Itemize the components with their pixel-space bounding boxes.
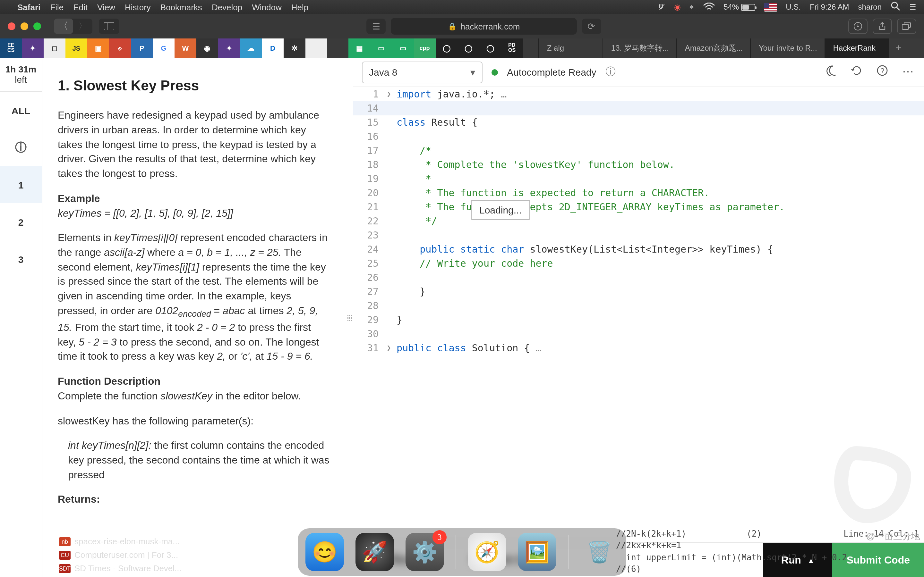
user-name[interactable]: sharon	[858, 3, 882, 11]
back-button[interactable]: 〈	[54, 19, 73, 34]
code-line[interactable]: 17 /*	[353, 143, 924, 158]
loading-badge: Loading...	[471, 200, 530, 220]
control-center-icon[interactable]: ☰	[909, 3, 916, 11]
code-line[interactable]: 22 */	[353, 214, 924, 228]
code-line[interactable]: 24 public static char slowestKey(List<Li…	[353, 242, 924, 256]
nav-q3[interactable]: 3	[0, 240, 42, 277]
autocomplete-info-icon[interactable]: ⓘ	[606, 65, 615, 79]
test-results-tab[interactable]: Test Results	[365, 553, 432, 567]
fav-js-icon[interactable]: JS	[65, 39, 87, 58]
fav-so-icon[interactable]: ▣	[87, 39, 109, 58]
code-line[interactable]: 14	[353, 101, 924, 115]
menu-file[interactable]: File	[50, 2, 63, 12]
fav-icon-7[interactable]: P	[131, 39, 153, 58]
spotlight-icon[interactable]	[891, 1, 900, 13]
fav-icon-14[interactable]: ✲	[284, 39, 305, 58]
code-line[interactable]: 1❯import java.io.*; …	[353, 87, 924, 101]
fav-github-icon-3[interactable]: ◯	[479, 39, 501, 58]
downloads-button[interactable]	[848, 19, 867, 34]
fav-icon-2[interactable]: ✦	[22, 39, 44, 58]
code-line[interactable]: 27 }	[353, 285, 924, 299]
tab-roman[interactable]: 13. 罗马数字转...	[603, 39, 677, 58]
code-line[interactable]: 19 *	[353, 172, 924, 186]
bluetooth-icon[interactable]: ⌖	[690, 3, 694, 11]
autocomplete-status-dot	[491, 69, 498, 75]
fav-icon-12[interactable]: ☁	[240, 39, 262, 58]
fav-pdos-icon[interactable]: PDOS	[501, 39, 523, 58]
run-button[interactable]: Run▲	[763, 543, 833, 577]
nav-info[interactable]: ⓘ	[0, 129, 42, 166]
code-line[interactable]: 21 * The function accepts 2D_INTEGER_ARR…	[353, 200, 924, 214]
fav-icon-15[interactable]	[305, 39, 327, 58]
nav-q1[interactable]: 1	[0, 166, 42, 203]
fav-icon-18[interactable]: ▭	[392, 39, 414, 58]
tab-invite[interactable]: Your invite to R...	[750, 39, 825, 58]
fav-icon-16[interactable]: ▦	[349, 39, 370, 58]
nav-q2[interactable]: 2	[0, 203, 42, 240]
code-line[interactable]: 16	[353, 129, 924, 143]
address-bar[interactable]: 🔒 hackerrank.com	[391, 18, 577, 35]
svg-rect-2	[104, 23, 114, 30]
code-line[interactable]: 29}	[353, 313, 924, 327]
help-icon[interactable]: ?	[877, 65, 888, 79]
menu-help[interactable]: Help	[291, 2, 309, 12]
tab-hackerrank[interactable]: HackerRank	[825, 39, 889, 58]
code-line[interactable]: 18 * Complete the 'slowestKey' function …	[353, 158, 924, 172]
code-line[interactable]: 31❯public class Solution { …	[353, 341, 924, 355]
reader-button[interactable]: ☰	[367, 19, 386, 34]
nav-all[interactable]: ALL	[0, 92, 42, 129]
menu-history[interactable]: History	[125, 2, 151, 12]
clock[interactable]: Fri 9:26 AM	[810, 3, 849, 11]
app-name[interactable]: Safari	[17, 2, 40, 12]
submit-button[interactable]: Submit Code	[833, 543, 924, 577]
new-tab-button[interactable]: +	[889, 39, 908, 58]
language-select[interactable]: Java 8	[362, 61, 483, 83]
menu-window[interactable]: Window	[252, 2, 282, 12]
mic-muted-icon[interactable]: 🎙︎̸	[657, 3, 665, 11]
code-line[interactable]: 28	[353, 299, 924, 313]
fav-icon-10[interactable]: ◉	[196, 39, 218, 58]
pane-divider[interactable]: ⠿⠿	[345, 58, 353, 577]
problem-description[interactable]: 1. Slowest Key Press Engineers have rede…	[42, 58, 345, 577]
fav-github-icon[interactable]: ◯	[436, 39, 457, 58]
input-source-flag-icon[interactable]	[764, 3, 777, 11]
fav-cpp-icon[interactable]: cpp	[414, 39, 436, 58]
wifi-icon[interactable]	[703, 2, 714, 12]
fav-icon-17[interactable]: ▭	[370, 39, 392, 58]
code-line[interactable]: 20 * The function is expected to return …	[353, 186, 924, 200]
code-line[interactable]: 30	[353, 327, 924, 341]
menu-develop[interactable]: Develop	[212, 2, 242, 12]
reload-button[interactable]: ⟳	[582, 19, 601, 34]
fav-icon-13[interactable]: D	[262, 39, 284, 58]
code-editor[interactable]: 1❯import java.io.*; …1415class Result {1…	[353, 87, 924, 542]
menu-edit[interactable]: Edit	[73, 2, 87, 12]
fav-icon-3[interactable]: ◻	[44, 39, 65, 58]
menu-view[interactable]: View	[97, 2, 115, 12]
code-line[interactable]: 15class Result {	[353, 115, 924, 129]
close-button[interactable]	[8, 23, 15, 30]
screen-record-icon[interactable]: ◉	[674, 3, 680, 11]
more-icon[interactable]: ⋯	[902, 65, 915, 79]
forward-button[interactable]: 〉	[73, 19, 92, 34]
tab-zalg[interactable]: Z alg	[539, 39, 603, 58]
minimize-button[interactable]	[21, 23, 28, 30]
fav-icon-6[interactable]: ⟐	[109, 39, 131, 58]
fav-eecs[interactable]: EECS	[0, 39, 22, 58]
code-line[interactable]: 23	[353, 228, 924, 242]
custom-input-tab[interactable]: Custom Input	[471, 553, 545, 567]
menu-bookmarks[interactable]: Bookmarks	[160, 2, 202, 12]
battery-status[interactable]: 54%	[724, 3, 755, 11]
sidebar-toggle[interactable]	[99, 19, 120, 34]
tabs-overview-button[interactable]	[897, 19, 916, 34]
fav-github-icon-2[interactable]: ◯	[457, 39, 479, 58]
tab-amazon[interactable]: Amazon高频题...	[677, 39, 750, 58]
fav-wolfram-icon[interactable]: W	[174, 39, 196, 58]
reset-code-icon[interactable]	[851, 65, 863, 79]
fav-google-icon[interactable]: G	[153, 39, 174, 58]
fav-icon-11[interactable]: ✦	[218, 39, 240, 58]
code-line[interactable]: 25 // Write your code here	[353, 256, 924, 271]
theme-toggle-icon[interactable]	[825, 65, 837, 79]
maximize-button[interactable]	[33, 23, 41, 30]
share-button[interactable]	[873, 19, 892, 34]
code-line[interactable]: 26	[353, 271, 924, 285]
